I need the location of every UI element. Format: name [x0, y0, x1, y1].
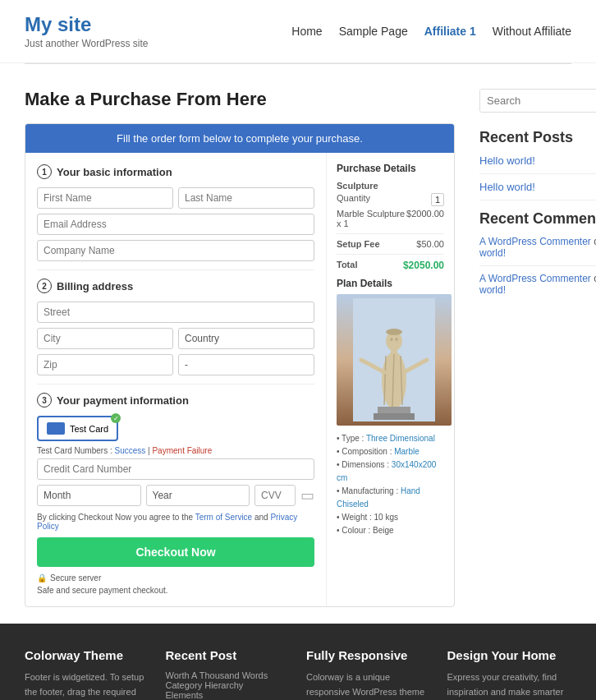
- card-expiry-row: Month Year ▭: [37, 485, 314, 506]
- footer-col-3-title: Design Your Home: [447, 648, 572, 662]
- spec-dimensions: • Dimensions : 30x140x200 cm: [337, 458, 444, 485]
- svg-rect-13: [374, 413, 415, 420]
- cvv-icon: ▭: [300, 485, 314, 506]
- card-success-link[interactable]: Success: [114, 446, 145, 455]
- step2-label: Billing address: [57, 280, 133, 292]
- site-tagline: Just another WordPress site: [25, 38, 149, 49]
- street-row: [37, 302, 314, 323]
- footer-main: Colorway Theme Footer is widgetized. To …: [0, 624, 596, 700]
- name-row: [37, 187, 314, 209]
- cvv-input[interactable]: [254, 485, 296, 506]
- footer-link-2[interactable]: Elements: [166, 690, 291, 700]
- spec-weight: • Weight : 10 kgs: [337, 511, 444, 524]
- sidebar-divider2: [479, 200, 596, 200]
- footer-link-1[interactable]: Category Hierarchy: [166, 680, 291, 690]
- sidebar-divider3: [479, 265, 596, 266]
- footer-col-3-body: Express your creativity, find inspiratio…: [447, 670, 572, 700]
- svg-point-10: [396, 338, 398, 341]
- setup-price: $50.00: [416, 239, 444, 249]
- nav-without-affiliate[interactable]: Without Affiliate: [493, 25, 571, 38]
- details-section: Purchase Details Sculpture Quantity 1 Ma…: [327, 153, 454, 606]
- site-title: My site: [25, 13, 149, 36]
- detail-divider2: [337, 254, 444, 255]
- comment-author-1[interactable]: A WordPress Commenter: [479, 273, 591, 284]
- company-input[interactable]: [37, 240, 314, 261]
- secure-label: Secure server: [50, 573, 101, 583]
- street-input[interactable]: [37, 302, 314, 323]
- city-input[interactable]: [37, 328, 173, 349]
- search-input[interactable]: [480, 90, 596, 112]
- footer-col-0-title: Colorway Theme: [25, 648, 149, 662]
- product-name: Sculpture: [337, 181, 378, 191]
- product-name-row: Sculpture: [337, 181, 444, 191]
- footer-col-2-title: Fully Responsive: [306, 648, 431, 662]
- svg-point-11: [386, 329, 402, 335]
- search-box: 🔍: [479, 89, 596, 113]
- step1-circle: 1: [37, 164, 52, 179]
- sidebar: 🔍 Recent Posts Hello world! Hello world!…: [479, 89, 596, 607]
- footer-col-2-body: Colorway is a unique responsive WordPres…: [306, 670, 431, 700]
- step2-divider: [37, 384, 314, 385]
- footer-col-1: Recent Post Worth A Thousand Words Categ…: [166, 648, 291, 700]
- quantity-row: Quantity 1: [337, 193, 444, 206]
- spec-type: • Type : Three Dimensional: [337, 432, 444, 445]
- site-header: My site Just another WordPress site Home…: [0, 0, 596, 64]
- test-card-button[interactable]: Test Card ✓: [37, 416, 118, 441]
- footer-col-1-title: Recent Post: [166, 648, 291, 662]
- statue-image: [337, 294, 452, 426]
- total-label: Total: [337, 260, 357, 271]
- city-country-row: Country: [37, 328, 314, 349]
- nav-sample-page[interactable]: Sample Page: [339, 25, 408, 38]
- footer-col-3: Design Your Home Express your creativity…: [447, 648, 572, 700]
- footer-col-0-body: Footer is widgetized. To setup the foote…: [25, 670, 149, 700]
- step3-circle: 3: [37, 393, 52, 408]
- svg-point-9: [391, 338, 393, 341]
- footer-link-0[interactable]: Worth A Thousand Words: [166, 670, 291, 680]
- country-select[interactable]: Country: [178, 328, 314, 349]
- sidebar-post-0[interactable]: Hello world!: [479, 154, 596, 167]
- sidebar-divider1: [479, 173, 596, 174]
- detail-divider1: [337, 233, 444, 234]
- purchase-container: Fill the order form below to complete yo…: [25, 123, 455, 607]
- zip-extra-select[interactable]: -: [178, 354, 314, 375]
- marble-row: Marble Sculpture x 1 $2000.00: [337, 209, 444, 228]
- spec-composition: • Composition : Marble: [337, 445, 444, 458]
- terms-link[interactable]: Term of Service: [195, 513, 252, 522]
- page-title: Make a Purchase From Here: [25, 89, 455, 110]
- nav-affiliate1[interactable]: Affiliate 1: [424, 25, 476, 38]
- card-button-label: Test Card: [70, 424, 108, 434]
- lock-icon: 🔒: [37, 573, 47, 583]
- last-name-input[interactable]: [178, 187, 314, 209]
- recent-comments-title: Recent Comments: [479, 210, 596, 228]
- email-input[interactable]: [37, 214, 314, 235]
- step3-label: Your payment information: [57, 394, 189, 407]
- spec-colour: • Colour : Beige: [337, 524, 444, 537]
- marble-price: $2000.00: [406, 209, 444, 228]
- safe-text: Safe and secure payment checkout.: [37, 586, 314, 595]
- nav-home[interactable]: Home: [291, 25, 322, 38]
- year-select[interactable]: Year: [146, 485, 250, 506]
- total-row: Total $2050.00: [337, 260, 444, 271]
- footer-col-2: Fully Responsive Colorway is a unique re…: [306, 648, 431, 700]
- zip-row: -: [37, 354, 314, 375]
- month-select[interactable]: Month: [37, 485, 141, 506]
- step1-label: Your basic information: [57, 166, 172, 178]
- plan-specs: • Type : Three Dimensional • Composition…: [337, 432, 444, 537]
- card-number-input[interactable]: [37, 458, 314, 480]
- step2-circle: 2: [37, 279, 52, 293]
- footer-col-0: Colorway Theme Footer is widgetized. To …: [25, 648, 149, 700]
- terms-text: By clicking Checkout Now you agree to th…: [37, 513, 314, 531]
- content-area: Make a Purchase From Here Fill the order…: [25, 89, 455, 607]
- comment-author-0[interactable]: A WordPress Commenter: [479, 236, 591, 247]
- plan-details-title: Plan Details: [337, 278, 444, 289]
- checkout-button[interactable]: Checkout Now: [37, 537, 314, 567]
- setup-row: Setup Fee $50.00: [337, 239, 444, 249]
- zip-input[interactable]: [37, 354, 173, 375]
- secure-row: 🔒 Secure server: [37, 573, 314, 583]
- card-failure-link[interactable]: Payment Failure: [152, 446, 212, 455]
- footer: Colorway Theme Footer is widgetized. To …: [0, 624, 596, 700]
- email-row: [37, 214, 314, 235]
- sidebar-post-1[interactable]: Hello world!: [479, 181, 596, 193]
- first-name-input[interactable]: [37, 187, 173, 209]
- card-icon: [47, 422, 65, 435]
